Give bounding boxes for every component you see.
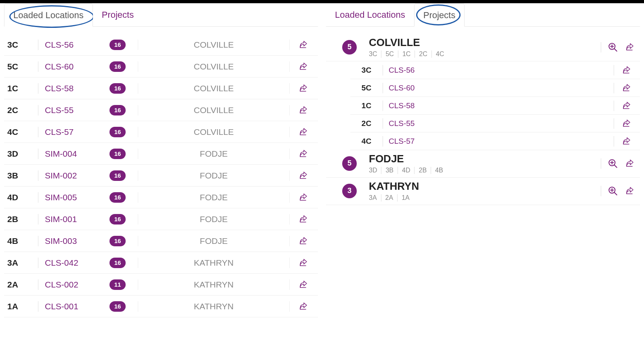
location-row[interactable]: 4CCLS-5716COLVILLE [4, 121, 318, 143]
position-tag: 4B [431, 167, 447, 174]
count-badge: 16 [109, 127, 126, 137]
forward-icon[interactable] [625, 159, 635, 168]
forward-icon[interactable] [299, 62, 309, 71]
divider [38, 214, 38, 225]
location-row[interactable]: 3CCLS-5616COLVILLE [4, 34, 318, 56]
location-row[interactable]: 2CCLS-5516COLVILLE [4, 99, 318, 121]
project-name: KATHRYN [138, 302, 289, 311]
group-item-row[interactable]: 5CCLS-60 [350, 79, 640, 97]
divider [601, 186, 601, 196]
count-badge: 16 [109, 105, 126, 115]
count-cell: 16 [109, 40, 138, 50]
forward-icon[interactable] [622, 83, 632, 93]
position-tag: 3D [369, 167, 381, 174]
forward-icon[interactable] [622, 119, 632, 128]
sample-code[interactable]: CLS-55 [383, 119, 614, 128]
forward-icon[interactable] [625, 186, 635, 196]
location-row[interactable]: 1ACLS-00116KATHRYN [4, 296, 318, 317]
project-group-header[interactable]: 3KATHRYN3A2A1A [326, 178, 640, 205]
location-row[interactable]: 3DSIM-00416FODJE [4, 143, 318, 165]
group-item-row[interactable]: 1CCLS-58 [350, 97, 640, 115]
location-row[interactable]: 3BSIM-00216FODJE [4, 165, 318, 187]
sample-code[interactable]: SIM-004 [45, 149, 109, 159]
count-badge: 16 [109, 214, 126, 225]
forward-icon[interactable] [299, 171, 309, 180]
row-actions [290, 105, 318, 115]
position-label: 4D [7, 193, 38, 202]
right-tabs: Loaded Locations Projects [326, 3, 640, 27]
forward-icon[interactable] [299, 214, 309, 224]
group-tags: 3C5C1C2C4C [369, 50, 601, 58]
location-row[interactable]: 1CCLS-5816COLVILLE [4, 78, 318, 99]
count-badge: 11 [109, 279, 126, 290]
count-badge: 16 [109, 192, 126, 203]
tab-loaded-locations[interactable]: Loaded Locations [4, 3, 93, 27]
position-label: 1A [7, 302, 38, 311]
forward-icon[interactable] [299, 149, 309, 159]
position-tag: 5C [381, 50, 398, 58]
zoom-in-icon[interactable] [608, 158, 618, 169]
sample-code[interactable]: CLS-56 [45, 40, 109, 50]
location-row[interactable]: 4BSIM-00316FODJE [4, 230, 318, 252]
group-item-row[interactable]: 3CCLS-56 [350, 61, 640, 79]
location-row[interactable]: 2BSIM-00116FODJE [4, 208, 318, 230]
forward-icon[interactable] [299, 105, 309, 115]
forward-icon[interactable] [625, 42, 635, 52]
count-cell: 16 [109, 170, 138, 181]
divider [38, 258, 38, 268]
project-name: FODJE [138, 171, 289, 180]
sample-code[interactable]: SIM-001 [45, 214, 109, 224]
project-group-header[interactable]: 5FODJE3D3B4D2B4B [326, 150, 640, 178]
group-item-row[interactable]: 2CCLS-55 [350, 115, 640, 132]
forward-icon[interactable] [622, 136, 632, 146]
count-cell: 16 [109, 127, 138, 137]
location-row[interactable]: 3ACLS-04216KATHRYN [4, 252, 318, 274]
divider [38, 236, 38, 246]
count-cell: 16 [109, 192, 138, 203]
forward-icon[interactable] [299, 258, 309, 268]
position-tag: 2C [415, 50, 431, 58]
sample-code[interactable]: CLS-60 [383, 84, 614, 92]
forward-icon[interactable] [299, 302, 309, 311]
count-badge: 16 [109, 149, 126, 159]
sample-code[interactable]: SIM-002 [45, 171, 109, 180]
forward-icon[interactable] [299, 84, 309, 93]
forward-icon[interactable] [299, 280, 309, 290]
position-label: 2C [350, 119, 383, 128]
tab-projects[interactable]: Projects [414, 3, 465, 27]
project-group-header[interactable]: 5COLVILLE3C5C1C2C4C [326, 34, 640, 61]
group-main: COLVILLE3C5C1C2C4C [369, 36, 601, 58]
sample-code[interactable]: CLS-56 [383, 66, 614, 75]
forward-icon[interactable] [299, 236, 309, 246]
location-row[interactable]: 2ACLS-00211KATHRYN [4, 274, 318, 296]
forward-icon[interactable] [299, 193, 309, 202]
tab-loaded-locations[interactable]: Loaded Locations [326, 3, 414, 26]
sample-code[interactable]: CLS-57 [45, 127, 109, 137]
row-actions [290, 62, 318, 71]
sample-code[interactable]: CLS-55 [45, 105, 109, 115]
sample-code[interactable]: SIM-003 [45, 236, 109, 246]
sample-code[interactable]: CLS-002 [45, 280, 109, 290]
location-row[interactable]: 5CCLS-6016COLVILLE [4, 56, 318, 78]
sample-code[interactable]: CLS-042 [45, 258, 109, 268]
count-cell: 16 [109, 83, 138, 94]
sample-code[interactable]: CLS-001 [45, 302, 109, 311]
zoom-in-icon[interactable] [608, 186, 618, 196]
group-item-row[interactable]: 4CCLS-57 [350, 132, 640, 150]
count-badge: 16 [109, 301, 126, 312]
zoom-in-icon[interactable] [608, 42, 618, 52]
forward-icon[interactable] [622, 65, 632, 75]
count-cell: 16 [109, 236, 138, 246]
position-tag: 3A [369, 194, 381, 201]
forward-icon[interactable] [299, 40, 309, 50]
sample-code[interactable]: CLS-58 [45, 84, 109, 93]
forward-icon[interactable] [299, 127, 309, 137]
tab-projects[interactable]: Projects [93, 3, 143, 26]
sample-code[interactable]: CLS-58 [383, 101, 614, 110]
sample-code[interactable]: SIM-005 [45, 193, 109, 202]
forward-icon[interactable] [622, 101, 632, 111]
location-row[interactable]: 4DSIM-00516FODJE [4, 187, 318, 208]
sample-code[interactable]: CLS-57 [383, 137, 614, 146]
divider [38, 279, 38, 290]
sample-code[interactable]: CLS-60 [45, 62, 109, 71]
